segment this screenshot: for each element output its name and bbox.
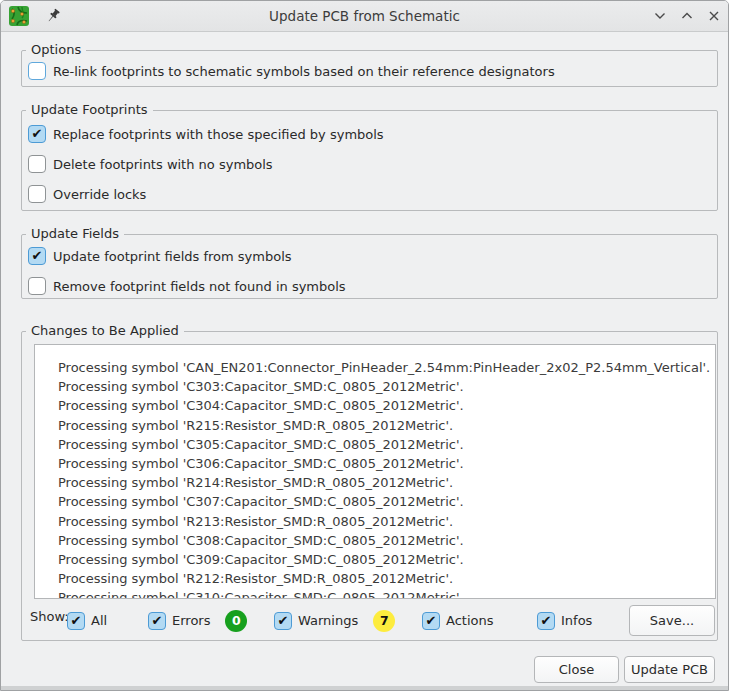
save-button[interactable]: Save... [629, 605, 715, 636]
close-icon[interactable] [708, 10, 720, 22]
update-pcb-button[interactable]: Update PCB [624, 656, 715, 683]
delete-footprints-label: Delete footprints with no symbols [53, 157, 273, 172]
filter-actions-checkbox[interactable]: ✔ [422, 612, 440, 630]
filter-infos-label: Infos [561, 613, 592, 628]
changes-log[interactable]: Processing symbol 'CAN_EN201:Connector_P… [34, 344, 716, 599]
log-line: Processing symbol 'R214:Resistor_SMD:R_0… [58, 473, 707, 492]
replace-footprints-checkbox[interactable]: ✔ [28, 125, 46, 143]
update-fields-group: Update Fields ✔ Update footprint fields … [21, 234, 718, 299]
options-group: Options Re-link footprints to schematic … [21, 50, 718, 87]
filter-warnings-label: Warnings [298, 613, 358, 628]
log-line: Processing symbol 'C310:Capacitor_SMD:C_… [58, 588, 707, 599]
options-group-label: Options [26, 42, 86, 57]
checkmark-icon: ✔ [152, 614, 163, 627]
replace-footprints-label: Replace footprints with those specified … [53, 127, 384, 142]
delete-footprints-option[interactable]: Delete footprints with no symbols [28, 155, 273, 173]
remove-fields-label: Remove footprint fields not found in sym… [53, 279, 346, 294]
log-line: Processing symbol 'R212:Resistor_SMD:R_0… [58, 569, 707, 588]
checkmark-icon: ✔ [426, 614, 437, 627]
override-locks-option[interactable]: Override locks [28, 185, 146, 203]
log-line: Processing symbol 'C303:Capacitor_SMD:C_… [58, 377, 707, 396]
override-locks-checkbox[interactable] [28, 185, 46, 203]
checkmark-icon: ✔ [32, 249, 43, 262]
changes-group-label: Changes to Be Applied [26, 323, 184, 338]
show-label: Show: [30, 609, 69, 624]
chevron-up-icon[interactable] [681, 10, 693, 22]
filter-warnings[interactable]: ✔ Warnings 7 [274, 605, 395, 636]
relink-footprints-option[interactable]: Re-link footprints to schematic symbols … [28, 62, 555, 80]
errors-count-badge: 0 [225, 610, 247, 632]
remove-fields-option[interactable]: Remove footprint fields not found in sym… [28, 277, 346, 295]
warnings-count-badge: 7 [373, 610, 395, 632]
log-line: Processing symbol 'C304:Capacitor_SMD:C_… [58, 396, 707, 415]
relink-footprints-label: Re-link footprints to schematic symbols … [53, 64, 555, 79]
filter-infos[interactable]: ✔ Infos [537, 605, 592, 636]
filter-errors-checkbox[interactable]: ✔ [148, 612, 166, 630]
checkmark-icon: ✔ [541, 614, 552, 627]
update-footprints-group: Update Footprints ✔ Replace footprints w… [21, 110, 718, 211]
chevron-down-icon[interactable] [654, 10, 666, 22]
update-fields-group-label: Update Fields [26, 226, 124, 241]
override-locks-label: Override locks [53, 187, 146, 202]
log-line: Processing symbol 'C305:Capacitor_SMD:C_… [58, 435, 707, 454]
filter-actions[interactable]: ✔ Actions [422, 605, 494, 636]
filter-warnings-checkbox[interactable]: ✔ [274, 612, 292, 630]
filter-errors[interactable]: ✔ Errors 0 [148, 605, 247, 636]
update-fields-option[interactable]: ✔ Update footprint fields from symbols [28, 247, 292, 265]
update-pcb-dialog: Update PCB from Schematic Options Re-lin… [0, 0, 729, 691]
log-line: Processing symbol 'R215:Resistor_SMD:R_0… [58, 416, 707, 435]
close-button[interactable]: Close [534, 656, 619, 683]
update-footprints-group-label: Update Footprints [26, 102, 153, 117]
window-bottom-edge [1, 686, 728, 690]
checkmark-icon: ✔ [71, 614, 82, 627]
titlebar[interactable]: Update PCB from Schematic [1, 1, 728, 32]
filter-errors-label: Errors [172, 613, 210, 628]
log-line: Processing symbol 'CAN_EN201:Connector_P… [58, 358, 707, 377]
log-line: Processing symbol 'C306:Capacitor_SMD:C_… [58, 454, 707, 473]
relink-footprints-checkbox[interactable] [28, 62, 46, 80]
delete-footprints-checkbox[interactable] [28, 155, 46, 173]
checkmark-icon: ✔ [278, 614, 289, 627]
remove-fields-checkbox[interactable] [28, 277, 46, 295]
update-fields-label: Update footprint fields from symbols [53, 249, 292, 264]
filter-all-label: All [91, 613, 107, 628]
filter-all-checkbox[interactable]: ✔ [67, 612, 85, 630]
checkmark-icon: ✔ [32, 127, 43, 140]
update-fields-checkbox[interactable]: ✔ [28, 247, 46, 265]
filter-actions-label: Actions [446, 613, 494, 628]
log-line: Processing symbol 'C308:Capacitor_SMD:C_… [58, 531, 707, 550]
window-title: Update PCB from Schematic [1, 8, 728, 24]
replace-footprints-option[interactable]: ✔ Replace footprints with those specifie… [28, 125, 384, 143]
filter-infos-checkbox[interactable]: ✔ [537, 612, 555, 630]
log-line: Processing symbol 'R213:Resistor_SMD:R_0… [58, 512, 707, 531]
filter-all[interactable]: ✔ All [67, 605, 107, 636]
log-line: Processing symbol 'C307:Capacitor_SMD:C_… [58, 492, 707, 511]
log-line: Processing symbol 'C309:Capacitor_SMD:C_… [58, 550, 707, 569]
changes-group: Changes to Be Applied Processing symbol … [21, 331, 718, 641]
